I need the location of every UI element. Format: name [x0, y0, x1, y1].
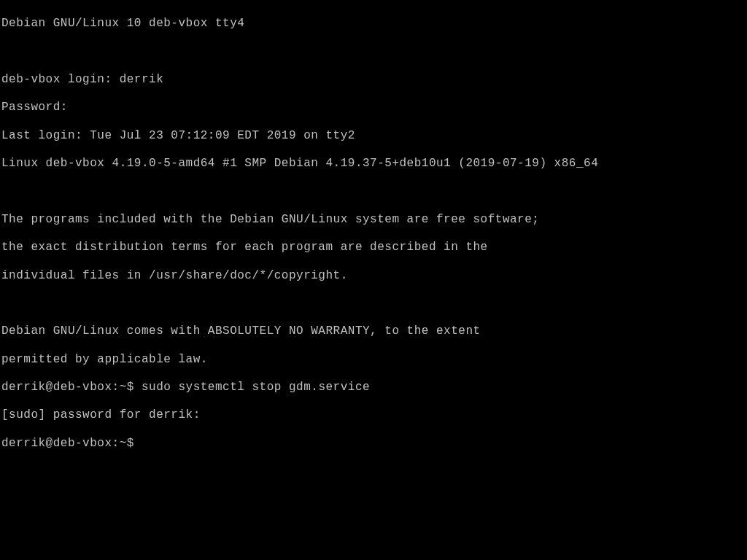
- current-prompt-line[interactable]: derrik@deb-vbox:~$: [1, 437, 746, 451]
- motd-line-5: permitted by applicable law.: [1, 353, 746, 367]
- login-username: derrik: [120, 73, 164, 86]
- shell-prompt: derrik@deb-vbox:~$: [1, 437, 142, 450]
- motd-line-4: Debian GNU/Linux comes with ABSOLUTELY N…: [1, 324, 746, 338]
- banner-line: Debian GNU/Linux 10 deb-vbox tty4: [1, 17, 746, 31]
- sudo-prompt-line: [sudo] password for derrik:: [1, 408, 746, 422]
- last-login-line: Last login: Tue Jul 23 07:12:09 EDT 2019…: [1, 129, 746, 143]
- blank-line: [1, 297, 746, 311]
- kernel-info-line: Linux deb-vbox 4.19.0-5-amd64 #1 SMP Deb…: [1, 157, 746, 171]
- blank-line: [1, 45, 746, 59]
- login-prompt: deb-vbox login:: [1, 73, 120, 86]
- terminal-output[interactable]: Debian GNU/Linux 10 deb-vbox tty4 deb-vb…: [1, 3, 746, 464]
- login-line: deb-vbox login: derrik: [1, 73, 746, 87]
- blank-line: [1, 184, 746, 198]
- command-text: sudo systemctl stop gdm.service: [142, 381, 370, 394]
- motd-line-2: the exact distribution terms for each pr…: [1, 241, 746, 254]
- shell-prompt: derrik@deb-vbox:~$: [1, 381, 142, 394]
- command-line-1: derrik@deb-vbox:~$ sudo systemctl stop g…: [1, 381, 746, 394]
- motd-line-1: The programs included with the Debian GN…: [1, 213, 746, 227]
- password-line: Password:: [1, 101, 746, 114]
- motd-line-3: individual files in /usr/share/doc/*/cop…: [1, 269, 746, 283]
